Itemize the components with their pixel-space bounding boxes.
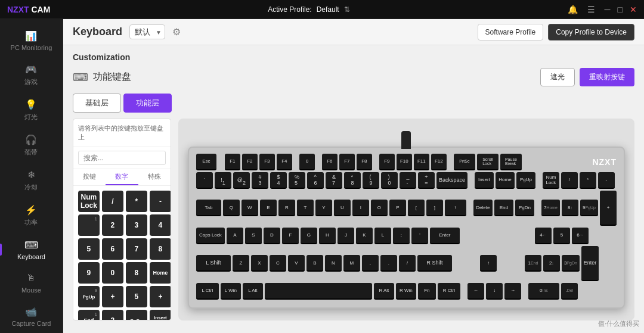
key-enter[interactable]: Enter [430,228,460,244]
key-num5[interactable]: 5 [78,238,100,260]
key-f4[interactable]: F4 [277,154,292,170]
key-v[interactable]: V [288,255,305,272]
key-f12[interactable]: F12 [431,154,447,170]
key-up[interactable]: ↑ [480,255,497,272]
key-t[interactable]: T [297,200,314,216]
key-tab[interactable]: Tab [196,200,221,216]
key-9n[interactable]: (9 [363,172,379,189]
key-rshift[interactable]: R Shift [417,255,452,272]
key-delete[interactable]: Delete [473,200,493,216]
key-3[interactable]: #3 [252,172,268,189]
tab-numbers[interactable]: 数字 [106,169,138,185]
key-comma[interactable]: , [362,255,379,272]
key-2[interactable]: @2 [233,172,250,189]
key-i[interactable]: I [352,200,369,216]
key-right[interactable]: → [504,283,521,300]
key-kp7[interactable]: 7Home [541,200,560,216]
key-e[interactable]: E [260,200,277,216]
key-num8[interactable]: 8 [150,238,171,260]
key-multiply[interactable]: * [126,191,147,212]
profile-up-down-icon[interactable]: ⇅ [344,5,350,14]
sidebar-item-power[interactable]: ⚡ 功率 [0,198,63,233]
key-y[interactable]: Y [315,200,332,216]
menu-icon[interactable]: ☰ [587,5,595,14]
key-g[interactable]: G [301,228,317,244]
key-f9[interactable]: F9 [379,154,395,170]
profile-select[interactable]: 默认 [129,24,165,39]
key-p[interactable]: P [389,200,406,216]
key-num3[interactable]: 3 [126,214,147,236]
key-lwin[interactable]: L Win [221,283,241,300]
key-u[interactable]: U [334,200,351,216]
key-plus[interactable]: + [102,286,123,307]
close-button[interactable]: ✕ [630,5,637,14]
key-o[interactable]: O [371,200,388,216]
key-6[interactable]: ^6 [307,172,324,189]
sidebar-item-games[interactable]: 🎮 游戏 [0,57,63,92]
search-input[interactable] [78,151,166,165]
key-2down[interactable]: 2 [102,310,123,320]
sidebar-item-keyboard[interactable]: ⌨ Keyboard [0,233,63,266]
key-home[interactable]: Home [496,172,515,189]
key-space[interactable] [265,283,372,300]
tab-base-layer[interactable]: 基础层 [73,94,121,113]
key-kp-enter[interactable]: Enter [581,246,599,281]
key-s[interactable]: S [245,228,262,244]
key-rwin[interactable]: R Win [396,283,416,300]
key-slash[interactable]: / [399,255,416,272]
key-c[interactable]: C [270,255,286,272]
key-fn-0[interactable]: 0 [299,154,315,170]
key-quote[interactable]: ' [411,228,428,244]
key-num7[interactable]: 7 [126,238,147,260]
sidebar-item-pc-monitoring[interactable]: 📊 PC Monitoring [0,24,63,57]
key-num2[interactable]: 2 [102,214,123,236]
key-8n[interactable]: *8 [344,172,361,189]
key-insert[interactable]: Insert [475,172,494,189]
key-backtick[interactable]: ` [196,172,213,189]
key-b[interactable]: B [306,255,323,272]
key-f6[interactable]: F6 [322,154,338,170]
key-f3[interactable]: F3 [259,154,275,170]
key-kp3[interactable]: 3PgDn [562,255,580,272]
remap-button[interactable]: 重映射按键 [580,68,634,86]
key-ralt[interactable]: R Alt [374,283,394,300]
key-kp-plus[interactable]: + [600,191,617,226]
key-5n[interactable]: %5 [289,172,305,189]
lighting-button[interactable]: 遮光 [540,68,575,86]
key-n[interactable]: N [325,255,342,272]
key-kp0[interactable]: 0Ins [528,283,559,300]
key-rctrl[interactable]: R Ctrl [438,283,460,300]
key-f2[interactable]: F2 [242,154,258,170]
key-num1[interactable]: 1 [78,214,100,236]
key-kp4[interactable]: 4← [535,228,552,244]
key-pgup-kb[interactable]: PgUp [516,172,535,189]
key-f[interactable]: F [282,228,299,244]
key-left[interactable]: ← [467,283,484,300]
key-5[interactable]: 5 [126,286,147,307]
key-1[interactable]: !1 [215,172,231,189]
key-x[interactable]: X [251,255,268,272]
key-kp9[interactable]: 9PgUp [580,200,598,216]
key-q[interactable]: Q [223,200,240,216]
key-kp-div[interactable]: / [561,172,578,189]
key-pgdn-kb[interactable]: PgDn [515,200,534,216]
key-a[interactable]: A [227,228,243,244]
key-0n[interactable]: )0 [381,172,398,189]
key-f1[interactable]: F1 [225,154,240,170]
key-fn[interactable]: Fn [418,283,436,300]
key-l[interactable]: L [374,228,391,244]
key-numlock-kb[interactable]: NumLock [543,172,559,189]
key-end[interactable]: 1End [78,310,100,320]
key-d[interactable]: D [264,228,280,244]
maximize-button[interactable]: □ [618,5,623,14]
key-num9[interactable]: 9 [78,262,100,284]
key-kp5[interactable]: 5 [553,228,570,244]
key-f11[interactable]: F11 [414,154,429,170]
key-k[interactable]: K [356,228,373,244]
key-kp-mul[interactable]: * [580,172,596,189]
key-numlock[interactable]: NumLock [78,191,100,212]
key-ins[interactable]: Insert0 [150,310,171,320]
key-kp8[interactable]: 8↑ [562,200,578,216]
key-m[interactable]: M [343,255,360,272]
key-divide[interactable]: / [102,191,123,212]
